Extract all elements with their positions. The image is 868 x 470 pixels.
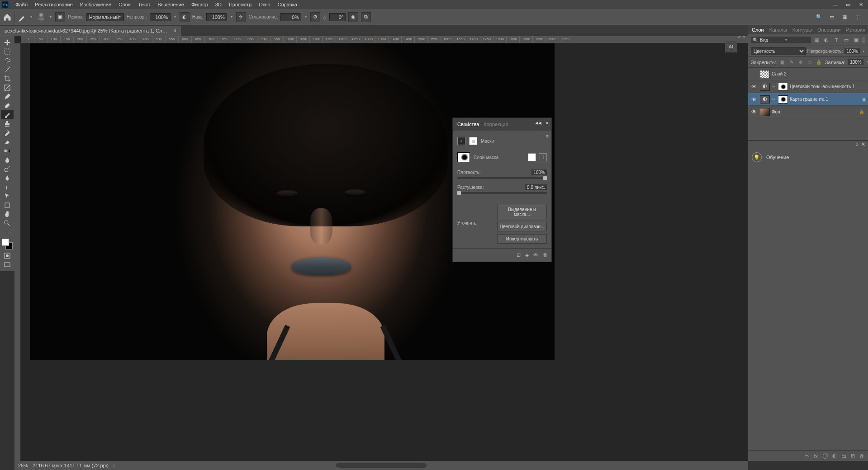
blend-mode-select[interactable]: Нормальный ▾ (86, 13, 124, 21)
filter-toggle[interactable] (862, 37, 865, 43)
panel-tab-Слои[interactable]: Слои (752, 27, 764, 33)
visibility-icon[interactable]: 👁 (750, 109, 758, 115)
smoothing-options-button[interactable]: ⚙ (310, 12, 320, 22)
menu-Изображение[interactable]: Изображение (76, 0, 115, 9)
tool-preset-dropdown[interactable]: ▾ (29, 15, 33, 19)
close-tab-icon[interactable]: × (173, 28, 176, 34)
menu-Справка[interactable]: Справка (274, 0, 301, 9)
edit-toolbar-button[interactable]: ⋯ (1, 228, 14, 237)
collapse-icon[interactable]: ◀◀ (535, 121, 541, 125)
mask-thumb[interactable] (778, 95, 788, 103)
eyedropper-tool[interactable] (1, 92, 14, 101)
layer-name[interactable]: Фон (772, 109, 780, 114)
pixel-mask-icon[interactable]: ▫ (457, 137, 465, 145)
menu-Выделение[interactable]: Выделение (154, 0, 188, 9)
add-vector-mask-icon[interactable]: ⬚ (539, 153, 547, 161)
layer-blend-select[interactable]: Цветность (751, 47, 806, 55)
menu-Слои[interactable]: Слои (115, 0, 134, 9)
home-button[interactable] (3, 13, 12, 22)
layer-row[interactable]: 👁◐⚯Карта градиента 1▣ (748, 93, 868, 106)
panel-tab-Каналы[interactable]: Каналы (769, 27, 787, 33)
brush-preview[interactable]: 300 (36, 13, 46, 21)
menu-3D[interactable]: 3D (212, 0, 225, 9)
filter-smart-icon[interactable]: ▣ (853, 37, 860, 44)
layer-row[interactable]: 👁◐⚯Цветовой тон/Насыщенность 1 (748, 80, 868, 93)
apply-mask-icon[interactable]: ◈ (525, 252, 529, 258)
path-select-tool[interactable] (1, 192, 14, 201)
minimize-button[interactable]: — (830, 1, 841, 8)
tab-close-all-icon[interactable]: × (743, 36, 745, 39)
opacity-input[interactable]: 100% (150, 13, 171, 21)
adjustment-thumb[interactable]: ◐ (760, 83, 770, 91)
dodge-tool[interactable] (1, 164, 14, 174)
color-range-button[interactable]: Цветовой диапазон... (497, 222, 547, 231)
flow-input[interactable]: 100% (206, 13, 227, 21)
marquee-tool[interactable] (1, 47, 14, 56)
color-swatches[interactable] (2, 239, 13, 249)
share-icon[interactable]: ⇪ (853, 13, 862, 22)
zoom-tool[interactable] (1, 219, 14, 228)
pen-tool[interactable] (1, 174, 14, 183)
layer-row[interactable]: 👁Фон🔒 (748, 106, 868, 118)
mask-thumb[interactable] (778, 83, 788, 91)
layer-row[interactable]: Слой 2 (748, 68, 868, 80)
hand-tool[interactable] (1, 210, 14, 219)
blur-tool[interactable] (1, 155, 14, 164)
menu-Окно[interactable]: Окно (255, 0, 274, 9)
eraser-tool[interactable] (1, 137, 14, 146)
ai-badge[interactable]: AI (725, 41, 737, 52)
tab-overflow-icon[interactable]: » (738, 36, 740, 39)
lock-all-icon[interactable]: 🔒 (815, 59, 822, 66)
airbrush-button[interactable]: ✈ (236, 12, 246, 22)
expand-icon[interactable]: » (856, 141, 859, 148)
pressure-size-button[interactable]: ◉ (348, 12, 358, 22)
visibility-icon[interactable]: 👁 (750, 96, 758, 103)
crop-tool[interactable] (1, 74, 14, 83)
mask-thumbnail[interactable] (457, 152, 470, 162)
layer-thumb[interactable] (760, 70, 770, 78)
filter-type-icon[interactable]: T (833, 37, 840, 44)
lock-artboard-icon[interactable]: ▭ (806, 59, 813, 66)
feather-value[interactable]: 0,0 пикс. (525, 184, 547, 190)
new-layer-icon[interactable]: ⊞ (851, 453, 855, 459)
lock-position-icon[interactable]: ✥ (797, 59, 804, 66)
angle-input[interactable]: 0° (329, 13, 346, 21)
layer-name[interactable]: Карта градиента 1 (790, 97, 828, 102)
search-icon[interactable]: 🔍 (815, 13, 824, 22)
filter-shape-icon[interactable]: ▭ (843, 37, 850, 44)
density-slider[interactable] (457, 177, 547, 179)
move-tool[interactable] (1, 38, 14, 47)
maximize-button[interactable]: ▭ (843, 1, 854, 8)
lock-pixels-icon[interactable]: ✎ (788, 59, 795, 66)
document-dimensions[interactable]: 2116.67 мм x 1411.11 мм (72 ppi) (33, 463, 109, 468)
filter-pixel-icon[interactable]: ▦ (813, 37, 820, 44)
link-layers-icon[interactable]: ⚯ (805, 453, 809, 459)
wand-tool[interactable] (1, 65, 14, 74)
disable-mask-icon[interactable]: 👁 (533, 252, 538, 258)
arrange-icon[interactable]: ▦ (840, 13, 849, 22)
history-brush-tool[interactable] (1, 128, 14, 137)
brush-size-dropdown[interactable]: ▾ (49, 15, 52, 19)
layer-name[interactable]: Цветовой тон/Насыщенность 1 (790, 84, 855, 89)
quickmask-button[interactable] (1, 251, 14, 260)
brush-tool[interactable] (1, 110, 14, 119)
zoom-level[interactable]: 25% (18, 463, 28, 468)
layer-opacity-value[interactable]: 100% (844, 48, 860, 54)
delete-layer-icon[interactable]: 🗑 (859, 453, 864, 459)
layer-name[interactable]: Слой 2 (772, 71, 787, 76)
select-mask-button[interactable]: Выделение и маска... (497, 205, 547, 219)
tab-adjustments[interactable]: Коррекция (484, 122, 508, 127)
type-tool[interactable]: T (1, 183, 14, 192)
layer-thumb[interactable] (760, 108, 770, 116)
gradient-tool[interactable] (1, 146, 14, 155)
vector-mask-icon[interactable]: ◼ (469, 137, 477, 145)
panel-tab-Операции[interactable]: Операции (817, 27, 840, 33)
stamp-tool[interactable] (1, 119, 14, 128)
shape-tool[interactable] (1, 201, 14, 210)
layer-filter-input[interactable] (760, 38, 783, 42)
menu-Просмотр[interactable]: Просмотр (225, 0, 255, 9)
symmetry-button[interactable]: ⧉ (361, 12, 371, 22)
panel-tab-Контуры[interactable]: Контуры (792, 27, 812, 33)
add-mask-icon[interactable]: ◯ (822, 453, 828, 459)
learn-label[interactable]: Обучение (766, 155, 789, 160)
